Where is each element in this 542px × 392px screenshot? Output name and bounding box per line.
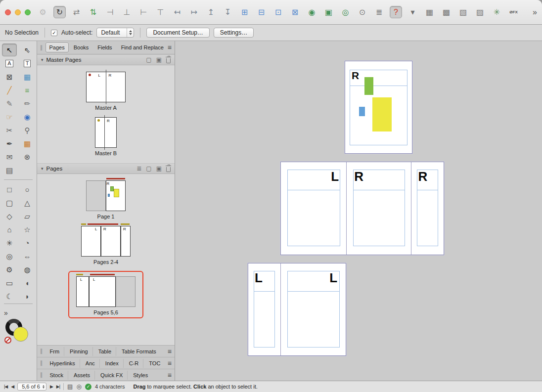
trapezoid-shape-tool[interactable]: ▱ [20,210,35,222]
fill-color-well[interactable] [13,327,28,342]
page-view-options-icon[interactable]: ≣ [136,166,141,172]
pacman-shape-tool[interactable]: ◔ [20,236,35,249]
octagon-shape-tool[interactable]: ◍ [20,263,35,276]
picture-box-tool[interactable]: ⊠ [2,70,17,83]
help-icon[interactable]: ? [390,6,402,18]
tab-c-r[interactable]: C-R [125,359,144,368]
tab-index[interactable]: Index [101,359,124,368]
space-down-icon[interactable]: ↧ [222,6,234,18]
minimize-window-button[interactable] [15,9,21,15]
new-master-page-icon[interactable]: ▢ [146,57,151,63]
tab-pinning[interactable]: Pinning [65,347,93,356]
pentagon-shape-tool[interactable]: ⌂ [2,223,17,236]
document-icon[interactable]: ▤ [67,383,73,390]
spread-pages-2-4[interactable]: L R R [280,162,444,255]
grid-icon[interactable]: ▦ [423,6,436,18]
master-pages-section-header[interactable]: ▾ Master Pages ▢ ▣ [37,54,175,65]
pan-tool[interactable]: ☞ [2,110,17,123]
content-select-tool[interactable]: ⇖ [20,44,35,56]
grid-zoom-icon[interactable]: ▧ [457,6,469,18]
ruler-tool[interactable]: ╱ [2,84,17,96]
space-left-icon[interactable]: ↤ [171,6,183,18]
collapse-chevron-icon[interactable]: ▾ [41,57,44,62]
palette-menu-icon[interactable]: ≡ [168,359,172,367]
first-spread-button[interactable]: |◀ [4,384,7,389]
pages-5-6-item-selected[interactable]: L L Pages 5,6 [68,271,143,318]
green-rectangle-object[interactable] [364,77,373,95]
linking-tool[interactable]: ⚲ [20,124,35,136]
diamond-shape-tool[interactable]: ◇ [2,210,17,222]
snap-icon[interactable]: ✳ [491,6,503,18]
spread-page-1[interactable]: R [345,61,412,154]
auto-select-checkbox[interactable]: ✓ [51,30,57,36]
canvas-page-1[interactable]: R [345,61,412,153]
no-print-tool[interactable]: ⊗ [20,150,35,163]
needle-tool[interactable]: ✎ [2,97,17,110]
send-to-back-icon[interactable]: ⊟ [255,6,268,18]
speech-rect-shape-tool[interactable]: ▭ [2,276,17,289]
canvas-page-4[interactable]: R [411,162,444,255]
duplicate-page-icon[interactable]: ▣ [156,166,162,172]
text-box-tool[interactable]: A [2,57,17,70]
gear-shape-tool[interactable]: ⚙ [2,263,17,276]
palette-drag-handle[interactable]: ∥ [40,348,43,354]
tab-frm[interactable]: Frm [45,347,65,356]
spellcheck-ok-icon[interactable]: ✓ [85,384,91,390]
tab-pages[interactable]: Pages [45,43,69,52]
palette-expand-icon[interactable]: » [4,309,8,317]
flip-vertical-icon[interactable]: ⇅ [87,6,99,18]
spread-pages-5-6[interactable]: L L [248,263,346,356]
target-shape-tool[interactable]: ◎ [2,250,17,262]
item-select-tool[interactable]: ↖ [2,44,17,56]
blue-rectangle-object[interactable] [359,107,365,116]
speech-round-shape-tool[interactable]: ◖ [20,276,35,289]
auto-select-dropdown[interactable]: Default [96,28,134,38]
palette-spacer[interactable] [20,164,35,176]
palette-drag-handle[interactable]: ∥ [40,372,43,378]
tab-anc[interactable]: Anc [81,359,100,368]
send-backward-icon[interactable]: ⊠ [289,6,301,18]
triangle-shape-tool[interactable]: △ [20,196,35,209]
previous-spread-button[interactable]: ◀ [11,384,14,389]
palette-drag-handle[interactable]: ∥ [40,44,43,51]
rectangle-shape-tool[interactable]: □ [2,183,17,196]
settings-button[interactable]: Settings… [214,28,254,38]
stripe-tool[interactable]: ≡ [20,84,35,96]
tab-find-and-replace[interactable]: Find and Replace [117,43,168,52]
collapse-chevron-icon[interactable]: ▾ [41,166,44,171]
align-left-icon[interactable]: ⊣ [104,6,116,18]
palette-menu-icon[interactable]: ≡ [168,348,172,355]
page-indicator-dropdown[interactable]: 5,6 of 6 [17,383,46,391]
moon-shape-tool[interactable]: ☾ [2,290,17,303]
ungroup-icon[interactable]: ◎ [339,6,352,18]
zoom-window-button[interactable] [25,9,31,15]
star-shape-tool[interactable]: ☆ [20,223,35,236]
grid-dotted-icon[interactable]: ▩ [440,6,452,18]
preferences-gear-icon[interactable]: ⚙ [37,6,49,18]
canvas-page-5[interactable]: L [248,263,280,355]
group-icon[interactable]: ◉ [306,6,318,18]
layout-canvas[interactable]: R L R [175,41,542,381]
callout-icon[interactable]: ⊙ [356,6,368,18]
tab-stock[interactable]: Stock [45,371,69,380]
preview-icon[interactable]: ◎ [76,383,81,390]
text-frame-icon[interactable]: ≣ [373,6,385,18]
no-color-icon[interactable] [4,337,11,344]
tab-assets[interactable]: Assets [69,371,95,380]
close-window-button[interactable] [5,9,11,15]
tab-toc[interactable]: TOC [144,359,165,368]
pages-section-header[interactable]: ▾ Pages ≣ ▢ ▣ [37,163,175,174]
delete-page-icon[interactable] [166,167,171,172]
tab-fields[interactable]: Fields [93,43,116,52]
master-a-item[interactable]: L R Master A [86,72,126,111]
tab-hyperlinks[interactable]: Hyperlinks [45,359,80,368]
palette-menu-icon[interactable]: ≡ [168,371,172,379]
fx-icon[interactable]: ØFX [507,6,520,18]
next-spread-button[interactable]: ▶ [50,384,53,389]
table-tool[interactable]: ▦ [20,137,35,150]
bring-forward-icon[interactable]: ⊡ [272,6,284,18]
document-setup-button[interactable]: Document Setup… [146,28,209,38]
align-top-icon[interactable]: ⊤ [154,6,167,18]
page-1-item[interactable]: R Page 1 [86,180,126,219]
envelope-tool[interactable]: ✉ [2,150,17,163]
